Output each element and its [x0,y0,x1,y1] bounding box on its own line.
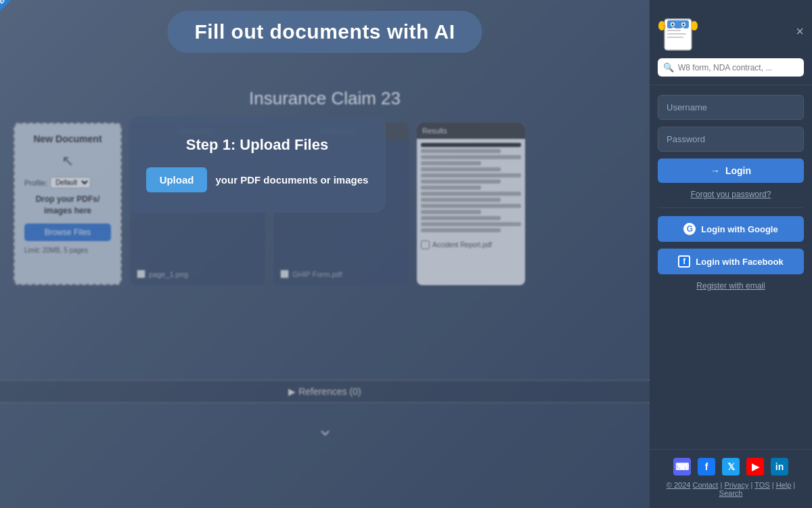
login-label: Login [725,165,751,176]
file1-checkbox[interactable] [137,270,145,278]
google-login-label: Login with Google [701,224,777,234]
svg-rect-4 [667,20,689,28]
profile-label: Profile: [24,179,47,187]
footer-help-link[interactable]: Help [776,481,792,489]
result-line-13 [421,216,501,220]
references-bar[interactable]: ▶ References (0) [0,380,650,403]
login-icon: → [710,165,720,176]
result-line-4 [421,161,481,165]
step-upload-row: Upload your PDF documents or images [146,167,369,192]
main-area: Beta Fill out documents with AI Insuranc… [0,0,650,508]
svg-point-7 [672,24,674,26]
facebook-login-button[interactable]: f Login with Facebook [658,249,804,274]
result-line-11 [421,204,521,208]
new-doc-card: New Document ↖ Profile: Default Drop you… [14,123,122,285]
result-line-8 [421,186,481,190]
upload-text: your PDF documents or images [215,174,368,186]
results-label: Results [417,123,525,139]
search-input[interactable] [678,63,798,72]
sidebar-footer: ⌨ f 𝕏 ▶ in © 2024 Contact | Privacy | TO… [650,449,812,508]
file1-label: page_1.png [149,270,188,278]
file2-checkbox[interactable] [280,270,289,278]
doc-area: Insurance Claim 23 New Document ↖ Profil… [0,88,650,454]
sidebar: 👍 × 🔍 → Login Forgot you password? G Log… [650,0,812,508]
new-doc-title: New Document [33,133,102,144]
file3-row: Accident Report.pdf [417,236,525,253]
footer-tos-link[interactable]: TOS [754,481,769,489]
robot-logo: 👍 [658,11,698,51]
youtube-icon[interactable]: ▶ [746,458,764,475]
facebook-login-label: Login with Facebook [696,257,783,267]
limit-text: Limit: 20MB, 5 pages [24,247,88,254]
facebook-icon: f [678,255,690,268]
result-line-14 [421,222,521,226]
footer-links: © 2024 Contact | Privacy | TOS | Help | … [658,481,804,497]
result-line-12 [421,210,481,214]
social-icons: ⌨ f 𝕏 ▶ in [658,458,804,475]
result-line-7 [421,179,501,184]
search-box: 🔍 [658,58,804,77]
result-line-10 [421,198,501,202]
svg-rect-3 [667,37,683,38]
result-line-2 [421,149,501,153]
hero-title-wrapper: Fill out documents with AI [167,11,482,53]
footer-contact-link[interactable]: Contact [693,481,719,489]
svg-point-10 [691,21,698,30]
footer-privacy-link[interactable]: Privacy [724,481,748,489]
results-card: Results [417,123,525,285]
browse-files-button[interactable]: Browse Files [24,224,111,241]
logo-area: 👍 × [658,11,804,51]
beta-badge: Beta [0,0,26,14]
facebook-social-icon[interactable]: f [698,458,715,475]
result-line-9 [421,192,521,196]
sidebar-top: 👍 × 🔍 [650,0,812,85]
forgot-password-link[interactable]: Forgot you password? [658,190,804,199]
username-input[interactable] [658,95,804,120]
svg-text:👍: 👍 [660,22,667,29]
chevron-down-icon: ⌄ [317,417,334,440]
file2-row: GHIP Form.pdf [280,270,402,278]
result-line-15 [421,228,501,232]
results-body [417,139,525,236]
result-line-6 [421,173,521,177]
drop-zone-text: Drop your PDFs/ images here [24,194,111,217]
hero-title: Fill out documents with AI [194,20,455,43]
file3-checkbox[interactable] [421,240,430,249]
footer-copyright: © 2024 [667,481,691,489]
profile-select[interactable]: Default [50,177,91,188]
file1-row: page_1.png [137,270,258,278]
login-button[interactable]: → Login [658,158,804,183]
result-line-3 [421,155,521,159]
svg-point-8 [683,24,685,26]
twitter-icon[interactable]: 𝕏 [722,458,740,475]
insurance-title: Insurance Claim 23 [0,88,650,109]
login-form: → Login Forgot you password? G Login wit… [650,85,812,300]
cards-row: New Document ↖ Profile: Default Drop you… [0,123,650,285]
svg-rect-2 [667,33,686,35]
register-link[interactable]: Register with email [658,281,804,291]
sidebar-close-button[interactable]: × [796,24,804,38]
discord-icon[interactable]: ⌨ [673,458,691,475]
file3-label: Accident Report.pdf [432,241,492,249]
linkedin-icon[interactable]: in [771,458,788,475]
file2-label: GHIP Form.pdf [292,270,342,278]
profile-row: Profile: Default [24,177,91,188]
upload-button[interactable]: Upload [146,167,208,192]
cursor-icon: ↖ [62,152,74,170]
result-line-5 [421,167,501,171]
google-icon: G [683,223,696,235]
step-title: Step 1: Upload Files [186,136,328,154]
footer-search-link[interactable]: Search [719,489,743,497]
password-input[interactable] [658,127,804,152]
google-login-button[interactable]: G Login with Google [658,216,804,242]
svg-rect-1 [667,30,681,31]
search-icon: 🔍 [663,62,674,72]
step-overlay-card: Step 1: Upload Files Upload your PDF doc… [129,116,386,213]
divider-1 [658,207,804,208]
result-line-1 [421,143,521,147]
